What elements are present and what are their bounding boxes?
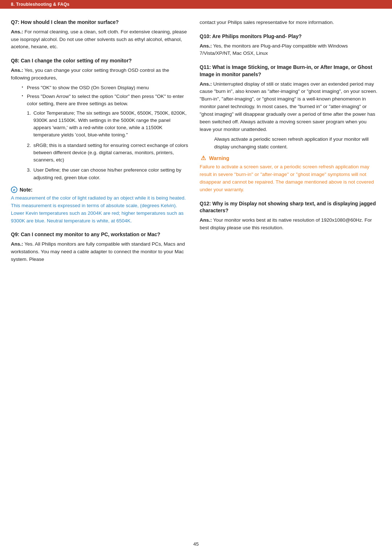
q9-answer-text: Yes. All Philips monitors are fully comp…: [11, 241, 185, 262]
q9-continued: contact your Philips sales representativ…: [200, 19, 377, 26]
q7-answer: Ans.: For normal cleaning, use a clean, …: [11, 28, 189, 51]
q9-question: Q9: Can I connect my monitor to any PC, …: [11, 231, 189, 238]
q8-answer-intro-text: Yes, you can change your color setting t…: [11, 67, 169, 81]
q12-answer-label: Ans.:: [200, 217, 212, 223]
q9-answer: Ans.: Yes. All Philips monitors are full…: [11, 241, 189, 263]
header-label: 8. Troubleshooting & FAQs: [11, 2, 70, 7]
q7-answer-label: Ans.:: [11, 29, 23, 34]
q8-numbered-list: 1.Color Temperature; The six settings ar…: [11, 110, 189, 181]
q8-bullet-list: Press "OK" to show the OSD (On Screen Di…: [11, 84, 189, 108]
note-header: e Note:: [11, 186, 189, 193]
q9-answer-label: Ans.:: [11, 241, 23, 247]
warning-box: ⚠ Warning Failure to activate a screen s…: [200, 155, 377, 194]
q11-answer-text: Uninterrupted display of still or static…: [200, 81, 377, 132]
header-bar: 8. Troubleshooting & FAQs: [0, 0, 392, 9]
q12-question: Q12: Why is my Display not showing sharp…: [200, 200, 377, 214]
q12-answer-text: Your monitor works best at its native re…: [200, 217, 372, 230]
page-number: 45: [0, 541, 392, 547]
warning-icon: ⚠: [200, 155, 207, 162]
q10-answer-label: Ans.:: [200, 43, 212, 49]
warning-header-label: Warning: [209, 155, 229, 161]
note-box: e Note: A measurement of the color of li…: [11, 186, 189, 225]
q8-answer-label: Ans.:: [11, 67, 23, 73]
note-icon: e: [11, 186, 17, 193]
list-item: Press "OK" to show the OSD (On Screen Di…: [22, 84, 189, 91]
page-container: 8. Troubleshooting & FAQs Q7: How should…: [0, 0, 392, 554]
q7-question: Q7: How should I clean the monitor surfa…: [11, 19, 189, 26]
q9-continued-text: contact your Philips sales representativ…: [200, 20, 334, 25]
q10-answer-text: Yes, the monitors are Plug-and-Play comp…: [200, 43, 348, 56]
q8-question: Q8: Can I change the color setting of my…: [11, 57, 189, 65]
q11-answer: Ans.: Uninterrupted display of still or …: [200, 81, 377, 134]
content-area: Q7: How should I clean the monitor surfa…: [0, 9, 392, 284]
q11-question: Q11: What is Image Sticking, or Image Bu…: [200, 64, 377, 78]
list-item: 3.User Define; the user can choose his/h…: [27, 167, 189, 181]
q12-answer: Ans.: Your monitor works best at its nat…: [200, 217, 377, 232]
q10-question: Q10: Are Philips monitors Plug-and- Play…: [200, 33, 377, 40]
right-column: contact your Philips sales representativ…: [200, 19, 377, 266]
warning-header: ⚠ Warning: [200, 155, 377, 162]
q11-answer-label: Ans.:: [200, 81, 212, 87]
q10-answer: Ans.: Yes, the monitors are Plug-and-Pla…: [200, 42, 377, 58]
q11-answer-2: Always activate a periodic screen refres…: [200, 136, 377, 151]
note-text: A measurement of the color of light radi…: [11, 194, 189, 225]
list-item: Press "Down Arrow" to select the option …: [22, 93, 189, 108]
list-item: 2.sRGB; this is a standard setting for e…: [27, 142, 189, 164]
note-header-label: Note:: [20, 187, 33, 193]
list-item: 1.Color Temperature; The six settings ar…: [27, 110, 189, 139]
left-column: Q7: How should I clean the monitor surfa…: [11, 19, 189, 266]
q7-answer-text: For normal cleaning, use a clean, soft c…: [11, 29, 187, 50]
q8-answer-intro: Ans.: Yes, you can change your color set…: [11, 67, 189, 82]
warning-text: Failure to activate a screen saver, or a…: [200, 163, 377, 194]
